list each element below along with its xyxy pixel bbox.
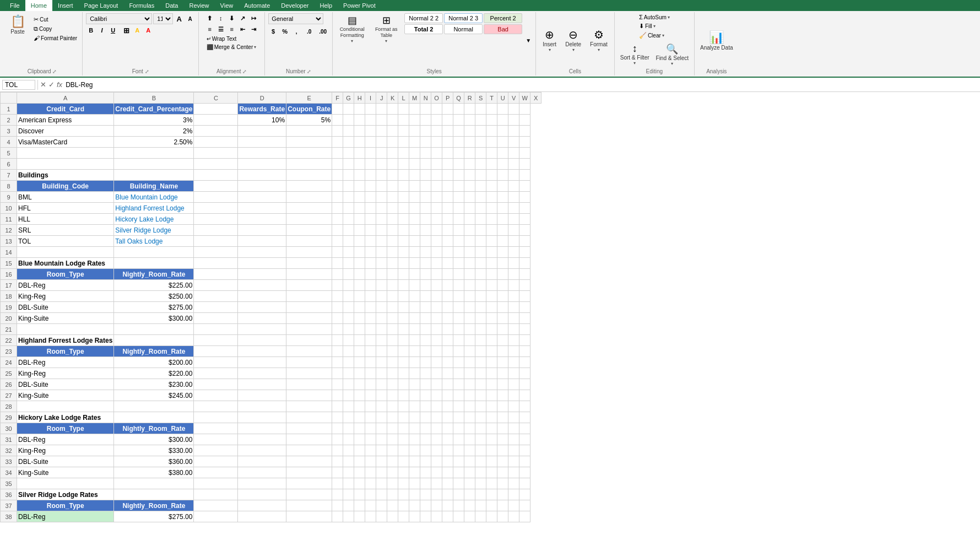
cell-d3[interactable] (238, 126, 286, 137)
cell-extra-34-4[interactable] (376, 467, 387, 478)
cell-extra-25-10[interactable] (442, 368, 453, 379)
cell-extra-4-5[interactable] (387, 137, 398, 148)
sheet-scroll[interactable]: A B C D E F G H I J K L M N O (0, 92, 980, 551)
cell-c21[interactable] (194, 324, 238, 335)
cell-extra-1-17[interactable] (519, 104, 530, 115)
font-name-select[interactable]: Calibri (86, 13, 152, 24)
cell-c15[interactable] (194, 258, 238, 269)
cell-extra-5-7[interactable] (409, 148, 420, 159)
cell-extra-11-13[interactable] (475, 214, 486, 225)
cell-a8[interactable]: Building_Code (17, 181, 114, 192)
cell-extra-18-12[interactable] (464, 291, 475, 302)
cell-extra-1-7[interactable] (409, 104, 420, 115)
cell-extra-26-0[interactable] (332, 379, 343, 390)
total2-style-button[interactable]: Total 2 (404, 24, 443, 34)
cell-extra-10-9[interactable] (431, 203, 442, 214)
cell-extra-2-10[interactable] (442, 115, 453, 126)
cell-a7[interactable]: Buildings (17, 170, 114, 181)
cell-b37[interactable]: Nightly_Room_Rate (114, 500, 194, 511)
ribbon-tab-view[interactable]: View (215, 0, 239, 11)
cell-extra-9-10[interactable] (442, 192, 453, 203)
cell-extra-2-11[interactable] (453, 115, 464, 126)
cell-b11[interactable]: Hickory Lake Lodge (114, 214, 194, 225)
cell-b25[interactable]: $220.00 (114, 368, 194, 379)
cell-extra-21-8[interactable] (420, 324, 431, 335)
cell-extra-13-11[interactable] (453, 236, 464, 247)
cell-extra-31-13[interactable] (475, 434, 486, 445)
increase-font-button[interactable]: A (174, 14, 184, 24)
cell-extra-29-8[interactable] (420, 412, 431, 423)
cell-extra-9-16[interactable] (508, 192, 519, 203)
cell-extra-9-11[interactable] (453, 192, 464, 203)
cell-extra-5-13[interactable] (475, 148, 486, 159)
cell-extra-3-3[interactable] (365, 126, 376, 137)
cell-b28[interactable] (114, 401, 194, 412)
cell-extra-16-3[interactable] (365, 269, 376, 280)
cell-extra-4-3[interactable] (365, 137, 376, 148)
cell-extra-2-15[interactable] (497, 115, 508, 126)
cell-extra-28-5[interactable] (387, 401, 398, 412)
cell-extra-12-6[interactable] (398, 225, 409, 236)
cell-extra-17-9[interactable] (431, 280, 442, 291)
col-header-f[interactable]: F (332, 93, 343, 104)
cell-d35[interactable] (238, 478, 286, 489)
cell-extra-10-12[interactable] (464, 203, 475, 214)
cell-a26[interactable]: DBL-Suite (17, 379, 114, 390)
cell-extra-18-17[interactable] (519, 291, 530, 302)
cell-extra-14-0[interactable] (332, 247, 343, 258)
cell-d25[interactable] (238, 368, 286, 379)
cell-extra-30-11[interactable] (453, 423, 464, 434)
cell-extra-8-10[interactable] (442, 181, 453, 192)
cell-extra-1-1[interactable] (343, 104, 354, 115)
cell-extra-36-7[interactable] (409, 489, 420, 500)
cell-extra-6-1[interactable] (343, 159, 354, 170)
cell-extra-15-4[interactable] (376, 258, 387, 269)
cell-extra-25-5[interactable] (387, 368, 398, 379)
cell-a1[interactable]: Credit_Card (17, 104, 114, 115)
cell-extra-33-4[interactable] (376, 456, 387, 467)
cell-extra-36-8[interactable] (420, 489, 431, 500)
cell-extra-23-8[interactable] (420, 346, 431, 357)
cell-extra-27-2[interactable] (354, 390, 365, 401)
cell-extra-29-7[interactable] (409, 412, 420, 423)
cell-extra-38-3[interactable] (365, 511, 376, 522)
cell-extra-3-14[interactable] (486, 126, 497, 137)
cell-extra-21-16[interactable] (508, 324, 519, 335)
cell-extra-1-15[interactable] (497, 104, 508, 115)
cell-b7[interactable] (114, 170, 194, 181)
cell-extra-30-13[interactable] (475, 423, 486, 434)
cell-a24[interactable]: DBL-Reg (17, 357, 114, 368)
cell-extra-20-0[interactable] (332, 313, 343, 324)
cell-extra-32-4[interactable] (376, 445, 387, 456)
cell-extra-22-12[interactable] (464, 335, 475, 346)
cell-e20[interactable] (286, 313, 332, 324)
cell-extra-19-16[interactable] (508, 302, 519, 313)
cell-extra-22-10[interactable] (442, 335, 453, 346)
font-color-button[interactable]: A (143, 25, 153, 35)
cell-extra-20-7[interactable] (409, 313, 420, 324)
cell-extra-36-14[interactable] (486, 489, 497, 500)
cell-extra-21-3[interactable] (365, 324, 376, 335)
cell-extra-28-9[interactable] (431, 401, 442, 412)
cell-extra-19-6[interactable] (398, 302, 409, 313)
cell-extra-2-13[interactable] (475, 115, 486, 126)
cell-extra-5-5[interactable] (387, 148, 398, 159)
cell-extra-38-13[interactable] (475, 511, 486, 522)
col-header-n[interactable]: N (420, 93, 431, 104)
cell-extra-26-8[interactable] (420, 379, 431, 390)
cell-extra-3-5[interactable] (387, 126, 398, 137)
cell-a3[interactable]: Discover (17, 126, 114, 137)
cell-b13[interactable]: Tall Oaks Lodge (114, 236, 194, 247)
cell-e17[interactable] (286, 280, 332, 291)
cell-extra-7-10[interactable] (442, 170, 453, 181)
cell-extra-3-9[interactable] (431, 126, 442, 137)
ribbon-tab-automate[interactable]: Automate (239, 0, 275, 11)
cell-extra-20-3[interactable] (365, 313, 376, 324)
cell-extra-29-6[interactable] (398, 412, 409, 423)
cell-extra-6-13[interactable] (475, 159, 486, 170)
cell-c27[interactable] (194, 390, 238, 401)
cell-extra-10-6[interactable] (398, 203, 409, 214)
cell-b32[interactable]: $330.00 (114, 445, 194, 456)
cell-a29[interactable]: Hickory Lake Lodge Rates (17, 412, 114, 423)
cell-b10[interactable]: Highland Forrest Lodge (114, 203, 194, 214)
